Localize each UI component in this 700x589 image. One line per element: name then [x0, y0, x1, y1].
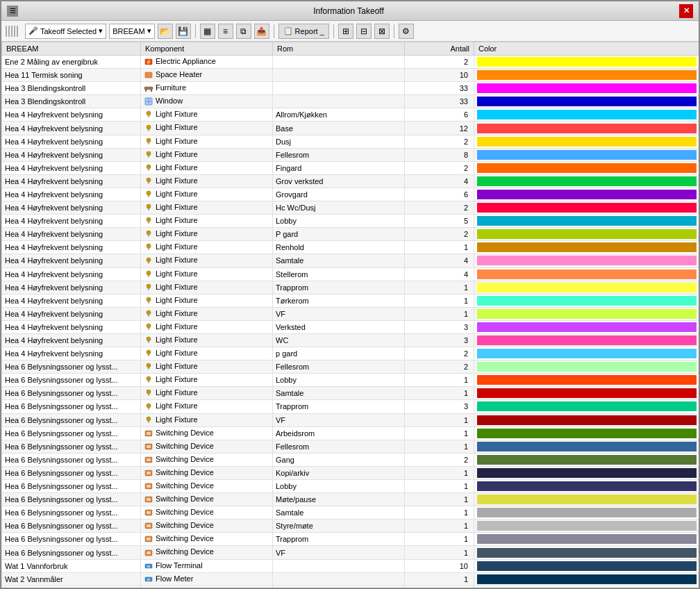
table-row[interactable]: Hea 4 Høyfrekvent belysningLight Fixture…: [2, 108, 699, 122]
color-swatch: [477, 375, 697, 385]
header-antall[interactable]: Antall: [405, 42, 474, 56]
table-row[interactable]: Hea 4 Høyfrekvent belysningLight Fixture…: [2, 347, 699, 360]
table-row[interactable]: Hea 4 Høyfrekvent belysningLight Fixture…: [2, 135, 699, 148]
svg-rect-100: [147, 551, 151, 554]
copy-button[interactable]: ⧉: [236, 24, 251, 39]
light-icon: [144, 110, 153, 119]
table-row[interactable]: Hea 6 Belysningssoner og lysst...Switchi…: [2, 533, 699, 546]
light-icon: [144, 203, 153, 213]
close-button[interactable]: ✕: [679, 4, 693, 18]
color-swatch: [477, 388, 697, 398]
header-color[interactable]: Color: [474, 42, 699, 56]
settings-button[interactable]: ⚙: [399, 24, 414, 39]
table-row[interactable]: Hea 4 Høyfrekvent belysningLight Fixture…: [2, 122, 699, 135]
table-row[interactable]: Hea 6 Belysningssoner og lysst...Switchi…: [2, 426, 699, 440]
table-row[interactable]: Hea 4 Høyfrekvent belysningLight Fixture…: [2, 294, 699, 307]
cell-color: [474, 69, 699, 82]
table-row[interactable]: Hea 6 Belysningssoner og lysst...Light F…: [2, 360, 699, 374]
table-row[interactable]: Hea 11 Termisk soningSpace Heater10: [2, 69, 699, 82]
cell-color: [474, 440, 699, 453]
color-swatch: [477, 429, 697, 438]
svg-point-21: [147, 165, 151, 169]
table-row[interactable]: Hea 4 Høyfrekvent belysningLight Fixture…: [2, 174, 699, 188]
cell-komponent: Light Fixture: [141, 333, 273, 347]
table-row[interactable]: Wat 2 Vannmåler≋Flow Meter1: [2, 572, 699, 586]
cell-antall: 1: [405, 241, 474, 254]
table-container[interactable]: BREEAM Komponent Rom Antall Color Ene 2 …: [1, 42, 699, 588]
table-row[interactable]: Hea 3 BlendingskontrollWindow33: [2, 95, 699, 108]
table-row[interactable]: Wat 4 Stenge av vann til sanitæ...Switch…: [2, 586, 699, 588]
svg-rect-23: [148, 169, 149, 170]
table-row[interactable]: Hea 4 Høyfrekvent belysningLight Fixture…: [2, 320, 699, 333]
cell-antall: 3: [405, 333, 474, 347]
table-row[interactable]: Hea 4 Høyfrekvent belysningLight Fixture…: [2, 254, 699, 267]
table-row[interactable]: Hea 4 Høyfrekvent belysningLight Fixture…: [2, 281, 699, 294]
toolbar-drag-handle[interactable]: [6, 26, 19, 37]
folder-open-button[interactable]: 📂: [158, 24, 173, 39]
light-icon: [144, 242, 153, 252]
grid-view-button[interactable]: ▦: [200, 24, 215, 39]
svg-text:≋: ≋: [147, 577, 151, 582]
report-icon: 📋: [283, 26, 293, 35]
save-button[interactable]: 💾: [176, 24, 191, 39]
table-row[interactable]: Hea 6 Belysningssoner og lysst...Switchi…: [2, 546, 699, 559]
cell-antall: 10: [405, 559, 474, 572]
table-row[interactable]: Hea 6 Belysningssoner og lysst...Light F…: [2, 400, 699, 413]
light-icon: [144, 335, 153, 345]
svg-point-78: [147, 417, 151, 421]
breeam-label: BREEAM: [112, 27, 144, 35]
table-row[interactable]: Hea 6 Belysningssoner og lysst...Light F…: [2, 413, 699, 426]
table-row[interactable]: Hea 6 Belysningssoner og lysst...Switchi…: [2, 493, 699, 506]
table-row[interactable]: Hea 4 Høyfrekvent belysningLight Fixture…: [2, 267, 699, 281]
table-row[interactable]: Hea 4 Høyfrekvent belysningLight Fixture…: [2, 333, 699, 347]
cell-color: [474, 559, 699, 572]
header-breeam[interactable]: BREEAM: [2, 42, 141, 56]
table-row[interactable]: Hea 4 Høyfrekvent belysningLight Fixture…: [2, 215, 699, 228]
heater-icon: [144, 70, 153, 80]
table-row[interactable]: Hea 6 Belysningssoner og lysst...Switchi…: [2, 480, 699, 493]
cell-breeam: Hea 6 Belysningssoner og lysst...: [2, 360, 141, 374]
cell-antall: 1: [405, 546, 474, 559]
cell-rom: p gard: [273, 347, 405, 360]
svg-rect-88: [147, 472, 151, 474]
breeam-dropdown[interactable]: BREEAM ▾: [109, 24, 154, 39]
header-rom[interactable]: Rom: [273, 42, 405, 56]
cell-antall: 1: [405, 426, 474, 440]
table-row[interactable]: Ene 2 Måling av energibruk⚡Electric Appl…: [2, 56, 699, 69]
cell-komponent: Light Fixture: [141, 148, 273, 161]
table-row[interactable]: Hea 4 Høyfrekvent belysningLight Fixture…: [2, 161, 699, 174]
expand-button[interactable]: ⊞: [338, 24, 353, 39]
table-row[interactable]: Hea 4 Høyfrekvent belysningLight Fixture…: [2, 228, 699, 241]
cell-rom: Møte/pause: [273, 493, 405, 506]
header-komponent[interactable]: Komponent: [141, 42, 273, 56]
table-row[interactable]: Hea 6 Belysningssoner og lysst...Switchi…: [2, 466, 699, 479]
table-row[interactable]: Wat 1 Vannforbruk≋Flow Terminal10: [2, 559, 699, 572]
table-row[interactable]: Hea 3 BlendingskontrollFurniture33: [2, 82, 699, 95]
table-row[interactable]: Hea 6 Belysningssoner og lysst...Switchi…: [2, 506, 699, 520]
table-row[interactable]: Hea 6 Belysningssoner og lysst...Light F…: [2, 387, 699, 400]
table-row[interactable]: Hea 4 Høyfrekvent belysningLight Fixture…: [2, 188, 699, 201]
svg-rect-86: [147, 458, 151, 461]
table-row[interactable]: Hea 4 Høyfrekvent belysningLight Fixture…: [2, 148, 699, 161]
cell-color: [474, 466, 699, 479]
table-row[interactable]: Hea 6 Belysningssoner og lysst...Switchi…: [2, 440, 699, 453]
color-swatch: [477, 534, 697, 544]
collapse-button[interactable]: ⊟: [356, 24, 372, 39]
export-button[interactable]: 📤: [254, 24, 269, 39]
takeoff-selected-dropdown[interactable]: 🎤 Takeoff Selected ▾: [25, 24, 106, 39]
report-button[interactable]: 📋 Report _: [278, 24, 329, 39]
table-row[interactable]: Hea 6 Belysningssoner og lysst...Switchi…: [2, 520, 699, 533]
cell-rom: Samtale: [273, 506, 405, 520]
table-row[interactable]: Hea 4 Høyfrekvent belysningLight Fixture…: [2, 307, 699, 320]
cell-breeam: Hea 6 Belysningssoner og lysst...: [2, 546, 141, 559]
list-view-button[interactable]: ≡: [218, 24, 233, 39]
table-row[interactable]: Hea 6 Belysningssoner og lysst...Switchi…: [2, 453, 699, 466]
table-row[interactable]: Hea 4 Høyfrekvent belysningLight Fixture…: [2, 241, 699, 254]
svg-rect-55: [148, 315, 150, 316]
cell-antall: 1: [405, 572, 474, 586]
collapse-all-button[interactable]: ⊠: [374, 24, 390, 39]
cell-breeam: Hea 6 Belysningssoner og lysst...: [2, 426, 141, 440]
table-row[interactable]: Hea 6 Belysningssoner og lysst...Light F…: [2, 374, 699, 387]
table-row[interactable]: Hea 4 Høyfrekvent belysningLight Fixture…: [2, 201, 699, 215]
light-icon: [144, 137, 153, 147]
